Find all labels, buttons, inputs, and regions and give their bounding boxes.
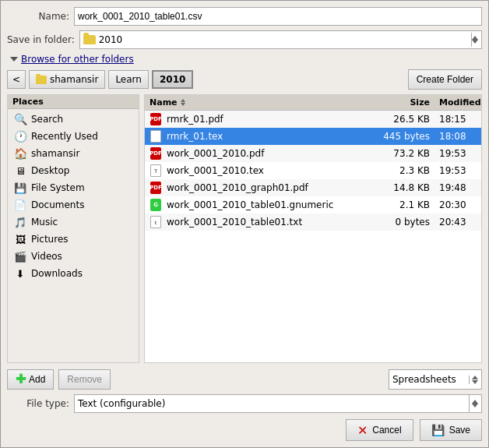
spinner-down-icon[interactable] (472, 40, 478, 44)
file-name: work_0001_2010_graph01.pdf (167, 182, 308, 193)
save-in-row: Save in folder: 2010 (7, 30, 482, 49)
breadcrumb-2010[interactable]: 2010 (152, 70, 193, 89)
places-panel: Places 🔍 Search 🕐 Recently Used 🏠 shaman… (7, 94, 139, 363)
sidebar-item-search[interactable]: 🔍 Search (8, 111, 139, 128)
file-modified: 20:43 (434, 216, 481, 228)
back-button[interactable]: < (7, 70, 26, 89)
table-row[interactable]: PDF work_0001_2010_graph01.pdf 14.8 KB 1… (145, 179, 481, 196)
name-label: Name: (7, 11, 69, 22)
table-row[interactable]: PDF rmrk_01.pdf 26.5 KB 18:15 (145, 111, 481, 128)
name-input[interactable] (74, 7, 482, 26)
remove-label: Remove (67, 374, 102, 385)
breadcrumb-label-2: 2010 (160, 74, 185, 85)
txt-icon: t (150, 216, 162, 228)
spreadsheets-down-icon[interactable] (472, 380, 478, 384)
desktop-icon: 🖥 (14, 164, 26, 177)
file-modified: 19:48 (434, 182, 481, 194)
music-icon: 🎵 (14, 216, 26, 228)
breadcrumb-shamansir[interactable]: shamansir (29, 70, 105, 89)
spreadsheets-label: Spreadsheets (392, 374, 456, 385)
breadcrumb-label-1: Learn (115, 74, 142, 85)
table-row[interactable]: G work_0001_2010_table01.gnumeric 2.1 KB… (145, 196, 481, 213)
sidebar-item-documents[interactable]: 📄 Documents (8, 196, 139, 213)
table-row[interactable]: T work_0001_2010.tex 2.3 KB 19:53 (145, 162, 481, 179)
tex-icon: T (150, 164, 162, 177)
file-type-spinner[interactable] (469, 395, 478, 412)
browse-row: Browse for other folders (7, 54, 482, 65)
file-type-combo[interactable]: Text (configurable) (74, 394, 482, 413)
spreadsheets-up-icon[interactable] (472, 376, 478, 379)
sidebar-item-label: Recently Used (31, 131, 98, 142)
file-name-cell: T rmrk_01.tex (145, 129, 372, 143)
back-icon: < (12, 74, 20, 85)
documents-icon: 📄 (14, 199, 26, 211)
tex-icon: T (150, 130, 162, 143)
cancel-button[interactable]: ✕ Cancel (346, 419, 413, 441)
file-name-cell: PDF work_0001_2010.pdf (145, 146, 372, 161)
sidebar-item-home[interactable]: 🏠 shamansir (8, 145, 139, 162)
file-name-cell: PDF rmrk_01.pdf (145, 112, 372, 126)
file-name-cell: t work_0001_2010_table01.txt (145, 215, 372, 229)
add-label: Add (29, 374, 45, 385)
home-icon: 🏠 (14, 147, 26, 160)
gnumeric-icon: G (150, 199, 162, 211)
sidebar-item-label: Pictures (31, 234, 69, 245)
breadcrumb-learn[interactable]: Learn (108, 70, 149, 89)
sidebar-item-downloads[interactable]: ⬇ Downloads (8, 265, 139, 282)
search-icon: 🔍 (14, 113, 26, 125)
sort-arrows-icon (181, 99, 185, 106)
file-type-value: Text (configurable) (78, 398, 165, 409)
table-row[interactable]: T rmrk_01.tex 445 bytes 18:08 (145, 128, 481, 145)
remove-button[interactable]: Remove (58, 369, 111, 390)
save-in-combo[interactable]: 2010 (79, 30, 482, 49)
file-type-down-icon[interactable] (472, 404, 478, 407)
browse-link[interactable]: Browse for other folders (21, 54, 134, 65)
places-list: 🔍 Search 🕐 Recently Used 🏠 shamansir 🖥 D… (8, 109, 139, 362)
column-header-name[interactable]: Name (145, 95, 372, 110)
sidebar-item-desktop[interactable]: 🖥 Desktop (8, 162, 139, 179)
folder-icon (83, 35, 96, 44)
spreadsheets-combo[interactable]: Spreadsheets (389, 369, 482, 390)
file-modified: 18:15 (434, 113, 481, 125)
files-list: PDF rmrk_01.pdf 26.5 KB 18:15 T rmrk_01.… (145, 111, 481, 362)
file-name-cell: T work_0001_2010.tex (145, 164, 372, 178)
sidebar-item-videos[interactable]: 🎬 Videos (8, 248, 139, 265)
sidebar-item-label: Desktop (31, 165, 70, 176)
file-modified: 19:53 (434, 147, 481, 160)
save-button[interactable]: 💾 Save (420, 419, 482, 441)
column-header-modified[interactable]: Modified (434, 95, 481, 110)
browse-toggle-icon[interactable] (10, 57, 18, 62)
sidebar-item-recently-used[interactable]: 🕐 Recently Used (8, 128, 139, 145)
table-row[interactable]: t work_0001_2010_table01.txt 0 bytes 20:… (145, 213, 481, 231)
save-in-spinner[interactable] (471, 33, 478, 47)
sidebar-item-filesystem[interactable]: 💾 File System (8, 179, 139, 196)
create-folder-button[interactable]: Create Folder (408, 69, 482, 90)
table-row[interactable]: PDF work_0001_2010.pdf 73.2 KB 19:53 (145, 145, 481, 162)
file-type-row: File type: Text (configurable) (7, 394, 482, 413)
file-type-label: File type: (7, 398, 69, 409)
name-row: Name: (7, 7, 482, 26)
file-modified: 20:30 (434, 199, 481, 211)
add-button[interactable]: ✚ Add (7, 369, 54, 390)
pictures-icon: 🖼 (14, 233, 26, 245)
sidebar-item-pictures[interactable]: 🖼 Pictures (8, 231, 139, 248)
file-modified: 19:53 (434, 164, 481, 177)
file-size: 73.2 KB (372, 147, 434, 160)
column-name-label: Name (150, 97, 178, 108)
file-name-cell: PDF work_0001_2010_graph01.pdf (145, 181, 372, 195)
sidebar-item-label: shamansir (31, 148, 79, 159)
file-modified: 18:08 (434, 130, 481, 143)
sidebar-item-label: Downloads (31, 268, 83, 279)
file-size: 445 bytes (372, 130, 434, 143)
save-in-label: Save in folder: (7, 34, 75, 45)
file-name: rmrk_01.pdf (167, 114, 223, 125)
folder-icon (36, 76, 47, 84)
save-label: Save (449, 425, 470, 436)
sidebar-item-music[interactable]: 🎵 Music (8, 213, 139, 231)
sidebar-item-label: File System (31, 182, 85, 193)
file-size: 0 bytes (372, 216, 434, 228)
save-in-value: 2010 (99, 34, 123, 45)
column-header-size[interactable]: Size (372, 95, 434, 110)
videos-icon: 🎬 (14, 250, 26, 263)
breadcrumb-toolbar: < shamansir Learn 2010 Create Folder (7, 69, 482, 90)
